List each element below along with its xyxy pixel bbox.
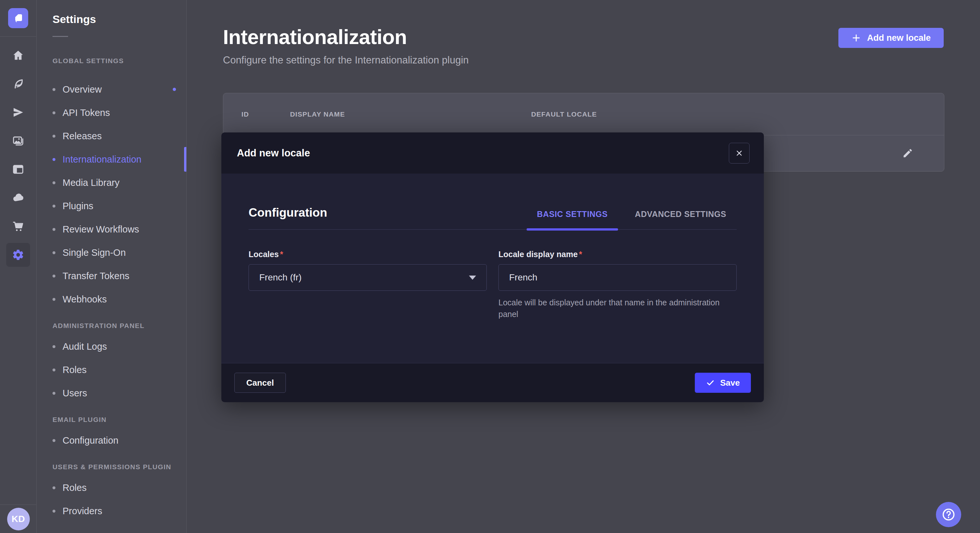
chevron-down-icon xyxy=(469,276,476,280)
bullet-icon xyxy=(52,510,56,512)
pencil-icon xyxy=(902,148,913,159)
sidebar-item-label: Roles xyxy=(62,365,86,375)
close-modal-button[interactable] xyxy=(729,143,749,163)
sidebar-item-label: Roles xyxy=(62,482,86,493)
tab-basic-settings[interactable]: BASIC SETTINGS xyxy=(527,209,618,229)
bullet-icon xyxy=(52,298,56,301)
sidebar-item-review-workflows[interactable]: Review Workflows xyxy=(52,217,186,241)
bullet-icon xyxy=(52,181,56,184)
layout-icon xyxy=(12,163,24,176)
sidebar-item-admin-roles[interactable]: Roles xyxy=(52,358,186,381)
workspace-logo-section xyxy=(0,0,36,36)
save-button[interactable]: Save xyxy=(695,373,751,393)
feather-icon xyxy=(12,78,24,90)
display-name-label: Locale display name* xyxy=(498,250,737,259)
sidebar-item-up-roles[interactable]: Roles xyxy=(52,476,186,499)
bullet-icon xyxy=(52,368,56,371)
sidebar-item-media-library[interactable]: Media Library xyxy=(52,171,186,194)
nav-marketplace-link[interactable] xyxy=(0,212,37,241)
bullet-icon xyxy=(52,274,56,278)
page-subtitle: Configure the settings for the Internati… xyxy=(223,54,469,66)
sidebar-item-label: API Tokens xyxy=(62,108,110,118)
bullet-icon xyxy=(52,345,56,348)
sidebar-item-overview[interactable]: Overview xyxy=(52,78,186,101)
bullet-icon xyxy=(52,88,56,91)
configuration-title: Configuration xyxy=(248,206,327,229)
bullet-icon xyxy=(52,439,56,442)
sidebar-item-label: Transfer Tokens xyxy=(62,271,129,281)
display-name-input[interactable]: French xyxy=(498,264,737,291)
required-asterisk: * xyxy=(280,250,283,259)
sidebar-item-admin-users[interactable]: Users xyxy=(52,381,186,405)
plus-icon xyxy=(851,33,861,43)
bullet-icon xyxy=(52,251,56,254)
modal-header: Add new locale xyxy=(221,132,764,174)
bullet-icon xyxy=(52,205,56,208)
help-button[interactable] xyxy=(936,502,961,527)
tab-advanced-settings[interactable]: ADVANCED SETTINGS xyxy=(625,209,737,229)
nav-cloud-link[interactable] xyxy=(0,184,37,212)
modal-tabs: BASIC SETTINGS ADVANCED SETTINGS xyxy=(527,209,737,229)
settings-active-highlight xyxy=(6,243,30,267)
sidebar-item-up-providers[interactable]: Providers xyxy=(52,499,186,523)
sidebar-item-webhooks[interactable]: Webhooks xyxy=(52,287,186,311)
sidebar-item-releases[interactable]: Releases xyxy=(52,124,186,148)
nav-settings-link[interactable] xyxy=(0,241,37,269)
sidebar-item-label: Users xyxy=(62,388,87,399)
media-images-icon xyxy=(12,135,24,147)
strapi-logo[interactable] xyxy=(8,8,28,28)
modal-title: Add new locale xyxy=(237,148,310,159)
sidebar-item-label: Webhooks xyxy=(62,294,107,305)
icon-rail: KD xyxy=(0,0,37,533)
sidebar-item-label: Configuration xyxy=(62,435,119,446)
sidebar-item-email-configuration[interactable]: Configuration xyxy=(52,429,186,452)
shopping-cart-icon xyxy=(12,220,24,233)
settings-sidebar: Settings GLOBAL SETTINGS Overview API To… xyxy=(37,0,187,533)
sidebar-item-label: Media Library xyxy=(62,178,119,188)
sidebar-item-label: Overview xyxy=(62,84,102,95)
strapi-logo-icon xyxy=(12,12,24,24)
configuration-header-row: Configuration BASIC SETTINGS ADVANCED SE… xyxy=(248,206,737,230)
notification-dot xyxy=(173,88,176,91)
sidebar-item-plugins[interactable]: Plugins xyxy=(52,194,186,217)
sidebar-item-audit-logs[interactable]: Audit Logs xyxy=(52,335,186,358)
close-icon xyxy=(735,149,743,157)
sidebar-item-single-sign-on[interactable]: Single Sign-On xyxy=(52,241,186,264)
section-administration-panel: ADMINISTRATION PANEL xyxy=(52,322,186,330)
add-new-locale-label: Add new locale xyxy=(867,33,931,43)
question-mark-icon xyxy=(942,508,956,522)
edit-locale-button[interactable] xyxy=(899,144,917,162)
sidebar-item-label: Internationalization xyxy=(62,154,141,165)
locales-label: Locales* xyxy=(248,250,487,259)
column-id: ID xyxy=(242,110,290,118)
bullet-icon xyxy=(52,135,56,138)
nav-media-library-link[interactable] xyxy=(0,127,37,155)
rail-user-section: KD xyxy=(0,504,37,533)
sidebar-item-api-tokens[interactable]: API Tokens xyxy=(52,101,186,124)
cancel-button[interactable]: Cancel xyxy=(234,373,286,393)
sidebar-item-label: Providers xyxy=(62,506,102,517)
display-name-label-text: Locale display name xyxy=(498,250,578,259)
modal-footer: Cancel Save xyxy=(221,363,764,402)
nav-deploy-link[interactable] xyxy=(0,98,37,127)
modal-fields: Locales* French (fr) Locale display name… xyxy=(248,250,737,320)
user-avatar[interactable]: KD xyxy=(7,508,30,530)
nav-items-email: Configuration xyxy=(52,429,186,452)
check-icon xyxy=(706,378,715,387)
nav-content-link[interactable] xyxy=(0,70,37,98)
display-name-helper-text: Locale will be displayed under that name… xyxy=(498,297,725,320)
locales-select[interactable]: French (fr) xyxy=(248,264,487,291)
section-global-settings: GLOBAL SETTINGS xyxy=(52,57,186,65)
add-new-locale-button[interactable]: Add new locale xyxy=(838,28,944,48)
sidebar-item-label: Releases xyxy=(62,131,102,141)
nav-items-users-permissions: Roles Providers xyxy=(52,476,186,523)
sidebar-item-label: Plugins xyxy=(62,201,93,211)
nav-content-type-builder-link[interactable] xyxy=(0,155,37,184)
title-divider xyxy=(52,36,68,37)
column-default-locale: DEFAULT LOCALE xyxy=(531,110,926,118)
nav-home-link[interactable] xyxy=(0,41,37,70)
sidebar-item-label: Single Sign-On xyxy=(62,247,126,258)
sidebar-item-transfer-tokens[interactable]: Transfer Tokens xyxy=(52,264,186,287)
sidebar-item-internationalization[interactable]: Internationalization xyxy=(52,148,186,171)
paper-plane-icon xyxy=(12,106,24,119)
